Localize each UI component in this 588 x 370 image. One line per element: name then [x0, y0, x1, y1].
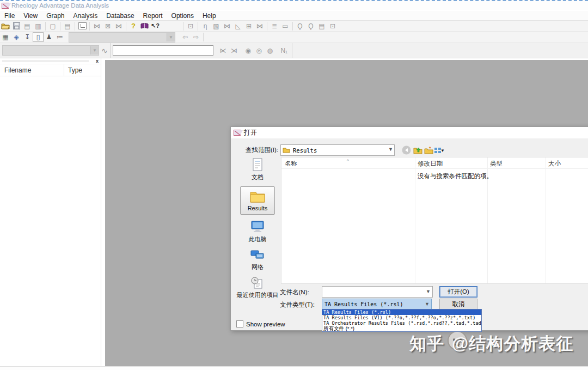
download-data-icon[interactable]: ↧: [22, 32, 33, 42]
file-list: 名称 ^ 修改日期 类型 大小 没有与搜索条件匹配的项。: [281, 157, 588, 284]
panel-grip[interactable]: x: [0, 58, 101, 64]
show-preview-option[interactable]: Show preview: [236, 320, 285, 327]
menu-graph[interactable]: Graph: [42, 11, 69, 20]
zoom-window-icon[interactable]: ⊡: [327, 21, 338, 31]
file-list-header: 名称 ^ 修改日期 类型 大小: [281, 157, 588, 169]
show-preview-checkbox[interactable]: [236, 320, 243, 327]
panel-close-icon[interactable]: x: [96, 58, 99, 64]
dialog-title-bar[interactable]: 打开: [231, 127, 588, 138]
look-in-value: Results: [293, 147, 317, 154]
look-in-combobox[interactable]: Results ▼: [280, 144, 395, 156]
plot-type-3-icon[interactable]: ◺: [232, 21, 243, 31]
folder-icon: [283, 147, 290, 153]
plot-type-5-icon[interactable]: ⋈: [254, 21, 265, 31]
up-one-level-button[interactable]: [413, 145, 423, 155]
file-list-panel: x Filename Type: [0, 58, 101, 366]
sidebar-item-network[interactable]: 网络: [236, 248, 279, 271]
column-header-type[interactable]: 类型: [490, 160, 503, 168]
save-icon[interactable]: [11, 21, 22, 31]
curve-icon: ∿: [101, 47, 108, 54]
save-all-icon[interactable]: ▤: [22, 21, 33, 31]
graph-tool-3-icon[interactable]: ⋈: [113, 21, 124, 31]
panel-body: [0, 76, 101, 360]
cancel-button[interactable]: 取消: [439, 299, 477, 310]
separator: [183, 22, 183, 31]
column-type[interactable]: Type: [64, 66, 82, 74]
close-file-icon[interactable]: ▥: [33, 21, 44, 31]
chevron-down-icon: ▼: [388, 147, 393, 152]
menu-options[interactable]: Options: [167, 11, 198, 20]
annotation-input[interactable]: [113, 45, 213, 56]
column-separator[interactable]: [415, 157, 415, 283]
menu-bar: File View Graph Analysis Database Report…: [0, 11, 588, 20]
viscosity-plot-icon[interactable]: η: [200, 21, 211, 31]
model-icon[interactable]: ♟: [44, 32, 54, 42]
menu-report[interactable]: Report: [139, 11, 167, 20]
column-header-date-modified[interactable]: 修改日期: [418, 160, 443, 168]
toolbar-standard: ▤ ▥ ▢ ▤ ⋈ ⊠ ⋈ ? ↖? ⊡ η ▧ ⋈ ◺ ⊞ ⋈ ≣ ▭ Ϙ Ϙ…: [0, 20, 588, 32]
separator: [126, 22, 126, 31]
panel-column-headers: Filename Type: [0, 64, 101, 76]
page-setup-icon[interactable]: ▢: [47, 21, 58, 31]
filetype-option-orchestrator[interactable]: TA Orchestrator Results Files (*.rsd,*.r…: [322, 320, 481, 326]
sidebar-item-this-pc[interactable]: 此电脑: [236, 220, 279, 244]
menu-view[interactable]: View: [19, 11, 42, 20]
grid-view-icon[interactable]: ▦: [0, 32, 11, 42]
filetype-option-all-files[interactable]: 所有文件 (*.*): [322, 326, 481, 331]
plot-type-2-icon[interactable]: ⋈: [222, 21, 232, 31]
column-header-size[interactable]: 大小: [548, 160, 561, 168]
filetype-option-rsl[interactable]: TA Results Files (*.rsl): [322, 310, 481, 315]
sidebar-item-results[interactable]: Results: [240, 186, 275, 215]
separator: [198, 22, 198, 31]
back-button[interactable]: [401, 145, 412, 155]
legend-icon[interactable]: ≣: [269, 21, 280, 31]
filetype-combobox[interactable]: TA Results Files (*.rsl) ▼: [322, 299, 432, 310]
graph-tool-2-icon[interactable]: ⊠: [102, 21, 113, 31]
application-window: Rheology Advantage Data Analysis File Vi…: [0, 0, 588, 370]
overlay-left-icon: ⋉: [218, 46, 229, 56]
column-filename[interactable]: Filename: [0, 64, 64, 76]
zoom-in-icon[interactable]: Ϙ: [295, 21, 305, 31]
graph-tool-1-icon[interactable]: ⋈: [91, 21, 102, 31]
plot-type-1-icon[interactable]: ▧: [211, 21, 222, 31]
document-icon: [250, 157, 265, 172]
column-separator[interactable]: [546, 157, 546, 283]
toolbar-analysis: ▦ ◈ ↧ ▯ ♟ ≔ ▼ ⇦ ⇨: [0, 32, 588, 43]
sidebar-item-documents[interactable]: 文档: [236, 157, 279, 181]
marker-half-icon: ◍: [265, 46, 275, 56]
separator: [203, 33, 204, 41]
previous-step-icon: ⇦: [180, 32, 191, 42]
filetype-option-v1[interactable]: TA Results Files (V1) (*.??o,*.??f,*.??o…: [322, 315, 481, 320]
menu-analysis[interactable]: Analysis: [69, 11, 102, 20]
recent-items-icon: [250, 276, 265, 289]
data-table-icon[interactable]: ▭: [280, 21, 291, 31]
manual-book-icon[interactable]: [139, 21, 150, 31]
separator: [267, 22, 267, 31]
color-palette-icon[interactable]: ◈: [11, 32, 22, 42]
column-header-name[interactable]: 名称: [285, 160, 297, 168]
plot-type-4-icon[interactable]: ⊞: [243, 21, 254, 31]
dialog-icon: [234, 130, 241, 136]
sample-box-icon[interactable]: ▯: [33, 32, 44, 42]
menu-file[interactable]: File: [0, 11, 19, 20]
help-icon[interactable]: ?: [128, 21, 139, 31]
sidebar-item-recent[interactable]: 最近使用的项目: [236, 276, 279, 299]
context-help-icon[interactable]: ↖?: [150, 21, 161, 31]
overlay-right-icon: ⋊: [229, 46, 240, 56]
filetype-value: TA Results Files (*.rsl): [322, 301, 403, 307]
curve-combobox: ▼: [2, 45, 99, 56]
menu-help[interactable]: Help: [198, 11, 220, 20]
list-steps-icon[interactable]: ≔: [54, 32, 65, 42]
zoom-out-icon[interactable]: Ϙ: [305, 21, 316, 31]
copy-graph-icon[interactable]: ▤: [316, 21, 327, 31]
open-file-icon[interactable]: [0, 21, 11, 31]
print-icon[interactable]: ▤: [62, 21, 73, 31]
zhihu-watermark: 知乎 @ 结构分析表征: [409, 332, 573, 355]
boxed-plot-icon[interactable]: ⊡: [185, 21, 196, 31]
menu-database[interactable]: Database: [102, 11, 138, 20]
filename-combobox[interactable]: ▼: [322, 286, 433, 298]
view-menu-caret-icon[interactable]: ▼: [440, 148, 445, 153]
open-button[interactable]: 打开(O): [439, 286, 477, 298]
analysis-step-combobox: ▼: [69, 32, 175, 43]
new-graph-icon[interactable]: [77, 21, 88, 31]
